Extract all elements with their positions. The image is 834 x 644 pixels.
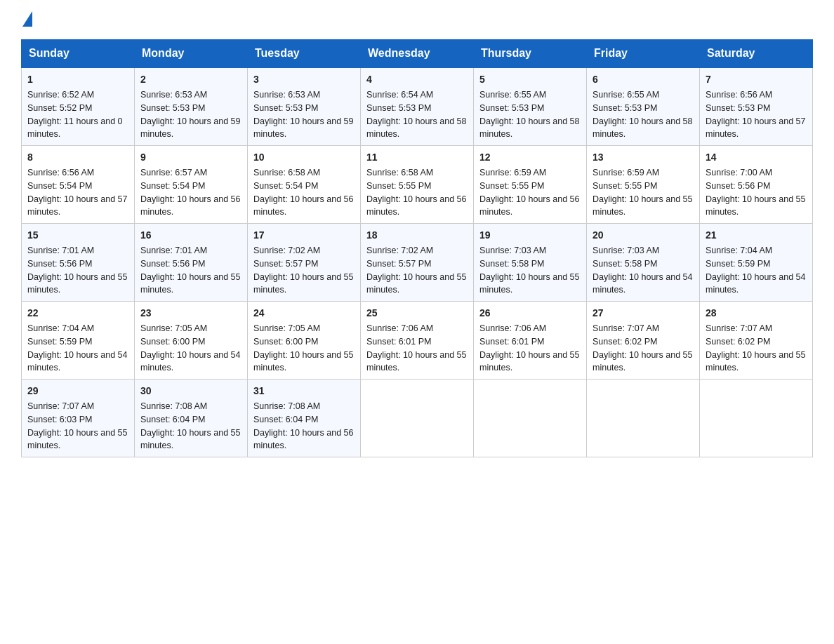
sunset-info: Sunset: 6:00 PM — [140, 335, 241, 349]
calendar-day-cell: 8Sunrise: 6:56 AMSunset: 5:54 PMDaylight… — [22, 146, 135, 224]
sunrise-info: Sunrise: 6:56 AM — [706, 88, 807, 102]
sunset-info: Sunset: 6:02 PM — [706, 335, 807, 349]
daylight-info: Daylight: 10 hours and 58 minutes. — [479, 115, 581, 142]
daylight-info: Daylight: 10 hours and 55 minutes. — [479, 349, 581, 375]
daylight-info: Daylight: 10 hours and 56 minutes. — [140, 193, 241, 220]
sunrise-info: Sunrise: 6:52 AM — [27, 88, 128, 102]
sunrise-info: Sunrise: 7:01 AM — [140, 244, 241, 257]
day-number: 14 — [706, 150, 807, 165]
day-number: 8 — [27, 150, 128, 165]
calendar-day-cell: 27Sunrise: 7:07 AMSunset: 6:02 PMDayligh… — [587, 302, 700, 380]
calendar-day-cell: 1Sunrise: 6:52 AMSunset: 5:52 PMDaylight… — [22, 67, 135, 146]
calendar-day-cell: 18Sunrise: 7:02 AMSunset: 5:57 PMDayligh… — [361, 224, 474, 302]
sunrise-info: Sunrise: 7:06 AM — [366, 322, 468, 335]
day-number: 29 — [27, 384, 128, 398]
calendar-day-cell — [700, 380, 813, 457]
day-number: 11 — [366, 150, 468, 165]
calendar-day-cell: 13Sunrise: 6:59 AMSunset: 5:55 PMDayligh… — [587, 146, 700, 224]
daylight-info: Daylight: 10 hours and 55 minutes. — [479, 271, 581, 297]
calendar-day-cell: 5Sunrise: 6:55 AMSunset: 5:53 PMDaylight… — [474, 67, 587, 146]
calendar-week-row: 29Sunrise: 7:07 AMSunset: 6:03 PMDayligh… — [22, 380, 813, 457]
sunrise-info: Sunrise: 7:05 AM — [140, 322, 241, 335]
sunrise-info: Sunrise: 7:04 AM — [706, 244, 807, 257]
daylight-info: Daylight: 10 hours and 55 minutes. — [253, 271, 355, 297]
day-number: 30 — [140, 384, 241, 398]
day-number: 2 — [140, 72, 241, 87]
calendar-day-cell: 24Sunrise: 7:05 AMSunset: 6:00 PMDayligh… — [248, 302, 361, 380]
day-number: 28 — [706, 306, 807, 321]
calendar-day-cell: 19Sunrise: 7:03 AMSunset: 5:58 PMDayligh… — [474, 224, 587, 302]
calendar-day-cell: 23Sunrise: 7:05 AMSunset: 6:00 PMDayligh… — [135, 302, 248, 380]
sunset-info: Sunset: 5:54 PM — [253, 180, 355, 193]
sunrise-info: Sunrise: 7:08 AM — [140, 400, 241, 413]
day-number: 15 — [27, 228, 128, 243]
sunset-info: Sunset: 6:02 PM — [593, 335, 694, 349]
sunrise-info: Sunrise: 7:07 AM — [593, 322, 694, 335]
calendar-header-row: SundayMondayTuesdayWednesdayThursdayFrid… — [22, 40, 813, 68]
calendar-day-cell: 12Sunrise: 6:59 AMSunset: 5:55 PMDayligh… — [474, 146, 587, 224]
sunset-info: Sunset: 5:56 PM — [27, 257, 128, 271]
day-number: 4 — [366, 72, 468, 87]
day-number: 18 — [366, 228, 468, 243]
sunrise-info: Sunrise: 6:57 AM — [140, 166, 241, 180]
daylight-info: Daylight: 10 hours and 56 minutes. — [366, 193, 468, 220]
daylight-info: Daylight: 10 hours and 59 minutes. — [140, 115, 241, 142]
calendar-day-header: Wednesday — [361, 40, 474, 68]
sunset-info: Sunset: 5:56 PM — [140, 257, 241, 271]
day-number: 16 — [140, 228, 241, 243]
day-number: 31 — [253, 384, 355, 398]
day-number: 27 — [593, 306, 694, 321]
sunset-info: Sunset: 6:03 PM — [27, 413, 128, 427]
calendar-day-cell: 9Sunrise: 6:57 AMSunset: 5:54 PMDaylight… — [135, 146, 248, 224]
sunset-info: Sunset: 5:53 PM — [706, 102, 807, 115]
sunrise-info: Sunrise: 7:06 AM — [479, 322, 581, 335]
calendar-day-cell — [361, 380, 474, 457]
sunrise-info: Sunrise: 6:55 AM — [593, 88, 694, 102]
calendar-day-header: Monday — [135, 40, 248, 68]
daylight-info: Daylight: 10 hours and 55 minutes. — [27, 271, 128, 297]
calendar-day-cell — [587, 380, 700, 457]
sunrise-info: Sunrise: 6:58 AM — [253, 166, 355, 180]
sunset-info: Sunset: 6:01 PM — [366, 335, 468, 349]
calendar-day-header: Saturday — [700, 40, 813, 68]
daylight-info: Daylight: 10 hours and 58 minutes. — [366, 115, 468, 142]
day-number: 21 — [706, 228, 807, 243]
calendar-day-cell: 2Sunrise: 6:53 AMSunset: 5:53 PMDaylight… — [135, 67, 248, 146]
daylight-info: Daylight: 10 hours and 59 minutes. — [253, 115, 355, 142]
sunrise-info: Sunrise: 6:59 AM — [593, 166, 694, 180]
sunrise-info: Sunrise: 7:02 AM — [366, 244, 468, 257]
sunset-info: Sunset: 5:57 PM — [366, 257, 468, 271]
daylight-info: Daylight: 10 hours and 54 minutes. — [140, 349, 241, 375]
day-number: 3 — [253, 72, 355, 87]
day-number: 1 — [27, 72, 128, 87]
logo-triangle-icon — [22, 11, 32, 27]
day-number: 10 — [253, 150, 355, 165]
sunset-info: Sunset: 6:01 PM — [479, 335, 581, 349]
daylight-info: Daylight: 10 hours and 56 minutes. — [479, 193, 581, 220]
sunset-info: Sunset: 5:55 PM — [479, 180, 581, 193]
sunset-info: Sunset: 5:54 PM — [140, 180, 241, 193]
calendar-day-cell: 3Sunrise: 6:53 AMSunset: 5:53 PMDaylight… — [248, 67, 361, 146]
daylight-info: Daylight: 10 hours and 55 minutes. — [253, 349, 355, 375]
calendar-day-cell: 4Sunrise: 6:54 AMSunset: 5:53 PMDaylight… — [361, 67, 474, 146]
sunrise-info: Sunrise: 7:03 AM — [479, 244, 581, 257]
day-number: 7 — [706, 72, 807, 87]
calendar-week-row: 22Sunrise: 7:04 AMSunset: 5:59 PMDayligh… — [22, 302, 813, 380]
calendar-day-header: Tuesday — [248, 40, 361, 68]
calendar-day-header: Sunday — [22, 40, 135, 68]
calendar-day-cell: 30Sunrise: 7:08 AMSunset: 6:04 PMDayligh… — [135, 380, 248, 457]
sunrise-info: Sunrise: 7:00 AM — [706, 166, 807, 180]
sunrise-info: Sunrise: 6:55 AM — [479, 88, 581, 102]
daylight-info: Daylight: 10 hours and 58 minutes. — [593, 115, 694, 142]
sunset-info: Sunset: 5:59 PM — [706, 257, 807, 271]
day-number: 20 — [593, 228, 694, 243]
sunrise-info: Sunrise: 6:54 AM — [366, 88, 468, 102]
daylight-info: Daylight: 10 hours and 55 minutes. — [140, 271, 241, 297]
sunrise-info: Sunrise: 6:53 AM — [253, 88, 355, 102]
sunset-info: Sunset: 5:57 PM — [253, 257, 355, 271]
calendar-day-cell: 16Sunrise: 7:01 AMSunset: 5:56 PMDayligh… — [135, 224, 248, 302]
calendar-day-cell: 20Sunrise: 7:03 AMSunset: 5:58 PMDayligh… — [587, 224, 700, 302]
sunset-info: Sunset: 5:53 PM — [366, 102, 468, 115]
calendar-week-row: 15Sunrise: 7:01 AMSunset: 5:56 PMDayligh… — [22, 224, 813, 302]
sunset-info: Sunset: 5:58 PM — [479, 257, 581, 271]
